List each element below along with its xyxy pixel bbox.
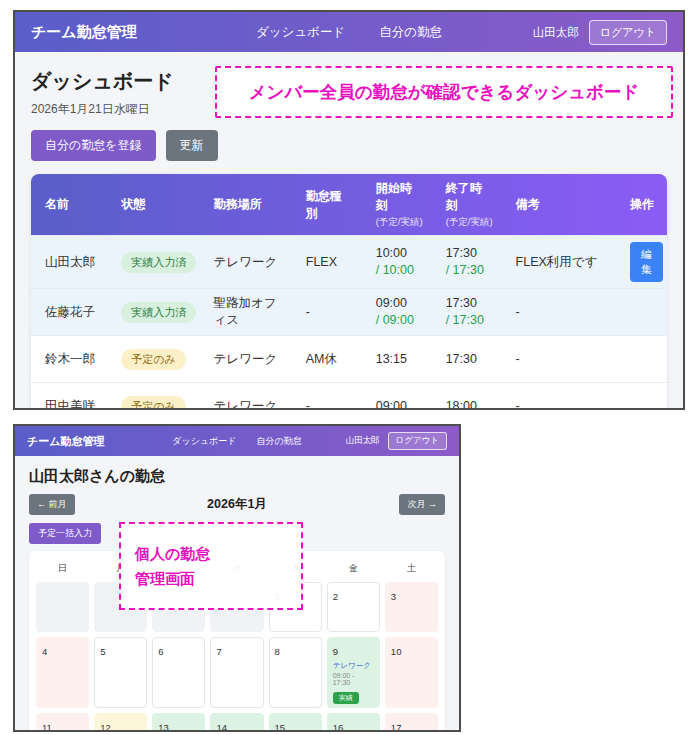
day-number: 16 xyxy=(333,722,344,732)
row-type: AM休 xyxy=(292,351,362,368)
row-note: - xyxy=(502,305,616,319)
month-label: 2026年1月 xyxy=(207,496,267,513)
status-cell: 予定のみ xyxy=(107,396,199,411)
cell-location: テレワーク xyxy=(333,661,374,671)
badge-row: 実績 xyxy=(333,686,374,704)
time-actual: / 10:00 xyxy=(376,262,424,279)
weekday-label: 金 xyxy=(327,558,380,579)
column-header-sub: (予定/実績) xyxy=(446,216,494,229)
calendar-cell xyxy=(36,582,89,632)
actual-badge: 実績 xyxy=(333,692,359,704)
nav-item-dashboard[interactable]: ダッシュボード xyxy=(172,435,236,448)
day-number: 11 xyxy=(42,722,52,732)
day-number: 17 xyxy=(391,722,402,732)
calendar-cell[interactable]: 7 xyxy=(210,637,263,708)
status-badge: 予定のみ xyxy=(121,349,186,370)
app-title: チーム勤怠管理 xyxy=(31,23,137,42)
row-location: テレワーク xyxy=(200,351,292,368)
register-attendance-button[interactable]: 自分の勤怠を登録 xyxy=(31,130,156,161)
cell-time: 09:00 - 17:30 xyxy=(333,672,374,686)
table-row: 佐藤花子実績入力済聖路加オフィス-09:00/ 09:0017:30/ 17:3… xyxy=(31,288,667,335)
time-planned: 17:30 xyxy=(446,245,494,262)
app-title: チーム勤怠管理 xyxy=(27,434,105,449)
screenshot-collage: チーム勤怠管理 ダッシュボード 自分の勤怠 山田太郎 ログアウト ダッシュボード… xyxy=(0,0,696,735)
status-cell: 実績入力済 xyxy=(107,252,199,273)
nav-item-my-attendance[interactable]: 自分の勤怠 xyxy=(379,24,442,41)
start-time-cell: 10:00/ 10:00 xyxy=(362,245,432,279)
weekday-label: 日 xyxy=(36,558,89,579)
calendar-cell[interactable]: 16テレワーク09:00 - 18:00実績 xyxy=(327,713,380,732)
row-note: - xyxy=(502,399,616,410)
user-name: 山田太郎 xyxy=(533,25,579,40)
next-month-button[interactable]: 次月 → xyxy=(399,494,445,515)
time-planned: 17:30 xyxy=(446,295,494,312)
calendar-cell[interactable]: 14テレワークFLEX09:00 - 15:40実績 xyxy=(210,713,263,732)
attendance-table-head: 名前状態勤務場所勤怠種別開始時刻(予定/実績)終了時刻(予定/実績)備考操作 xyxy=(31,174,667,235)
start-time-cell: 09:00/ 09:00 xyxy=(362,295,432,329)
day-number: 5 xyxy=(100,646,105,657)
row-type: FLEX xyxy=(292,255,362,269)
nav-links: ダッシュボード 自分の勤怠 xyxy=(172,435,301,448)
weekday-label: 土 xyxy=(385,558,438,579)
time-planned: 10:00 xyxy=(376,245,424,262)
attendance-table: 名前状態勤務場所勤怠種別開始時刻(予定/実績)終了時刻(予定/実績)備考操作 山… xyxy=(31,174,667,410)
table-row: 山田太郎実績入力済テレワークFLEX10:00/ 10:0017:30/ 17:… xyxy=(31,235,667,288)
nav-item-my-attendance[interactable]: 自分の勤怠 xyxy=(257,435,302,448)
row-name: 山田太郎 xyxy=(31,254,107,271)
calendar-cell[interactable]: 15聖路加オフィスFLEX09:00 - 18:00実績 xyxy=(269,713,322,732)
calendar-cell[interactable]: 2 xyxy=(327,582,380,632)
refresh-button[interactable]: 更新 xyxy=(166,130,218,161)
end-time-cell: 18:00 xyxy=(432,398,502,410)
column-header: 勤務場所 xyxy=(200,190,292,219)
calendar-cell[interactable]: 3 xyxy=(385,582,438,632)
start-time-cell: 13:15 xyxy=(362,351,432,368)
day-number: 6 xyxy=(158,646,163,657)
day-number: 8 xyxy=(275,646,280,657)
personal-annotation-line1: 個人の勤怠 xyxy=(135,541,210,567)
action-cell: 編集 xyxy=(616,242,667,282)
time-actual: / 09:00 xyxy=(376,312,424,329)
personal-annotation: 個人の勤怠 管理画面 xyxy=(119,522,303,610)
logout-button[interactable]: ログアウト xyxy=(589,20,667,45)
status-cell: 予定のみ xyxy=(107,349,199,370)
column-header: 終了時刻(予定/実績) xyxy=(432,174,502,235)
nav-item-dashboard[interactable]: ダッシュボード xyxy=(256,24,345,41)
status-cell: 実績入力済 xyxy=(107,302,199,323)
calendar-cell[interactable]: 12休- xyxy=(94,713,147,732)
time-actual: / 17:30 xyxy=(446,262,494,279)
navbar-right: 山田太郎 ログアウト xyxy=(533,20,667,45)
navbar-right: 山田太郎 ログアウト xyxy=(346,432,448,450)
day-number: 15 xyxy=(275,722,286,732)
time-planned: 18:00 xyxy=(446,398,494,410)
status-badge: 実績入力済 xyxy=(121,252,196,273)
row-note: - xyxy=(502,352,616,366)
logout-button[interactable]: ログアウト xyxy=(388,432,448,450)
edit-button[interactable]: 編集 xyxy=(630,242,663,282)
calendar-cell[interactable]: 10 xyxy=(385,637,438,708)
row-note: FLEX利用です xyxy=(502,254,616,271)
attendance-table-body: 山田太郎実績入力済テレワークFLEX10:00/ 10:0017:30/ 17:… xyxy=(31,235,667,410)
calendar-cell[interactable]: 9テレワーク09:00 - 17:30実績 xyxy=(327,637,380,708)
calendar-cell[interactable]: 11 xyxy=(36,713,89,732)
calendar-cell[interactable]: 17 xyxy=(385,713,438,732)
prev-month-button[interactable]: ← 前月 xyxy=(29,494,75,515)
row-location: 聖路加オフィス xyxy=(200,295,292,329)
calendar-cell[interactable]: 6 xyxy=(152,637,205,708)
page-title: 山田太郎さんの勤怠 xyxy=(29,467,445,486)
top-navbar-small: チーム勤怠管理 ダッシュボード 自分の勤怠 山田太郎 ログアウト xyxy=(15,426,459,456)
row-type: - xyxy=(292,399,362,410)
action-buttons: 自分の勤怠を登録 更新 xyxy=(31,130,667,161)
day-number: 12 xyxy=(100,722,111,732)
dashboard-annotation: メンバー全員の勤怠が確認できるダッシュボード xyxy=(215,66,673,118)
column-header: 名前 xyxy=(31,190,107,219)
bulk-entry-button[interactable]: 予定一括入力 xyxy=(29,523,101,544)
user-name: 山田太郎 xyxy=(346,435,380,447)
calendar-cell[interactable]: 4 xyxy=(36,637,89,708)
calendar-cell[interactable]: 8 xyxy=(269,637,322,708)
day-number: 4 xyxy=(42,646,47,657)
calendar-cell[interactable]: 5 xyxy=(94,637,147,708)
calendar-cell[interactable]: 13外出AM休13:15 - 17:30実績 xyxy=(152,713,205,732)
table-row: 鈴木一郎予定のみテレワークAM休13:1517:30- xyxy=(31,335,667,382)
end-time-cell: 17:30/ 17:30 xyxy=(432,245,502,279)
day-number: 2 xyxy=(333,591,338,602)
